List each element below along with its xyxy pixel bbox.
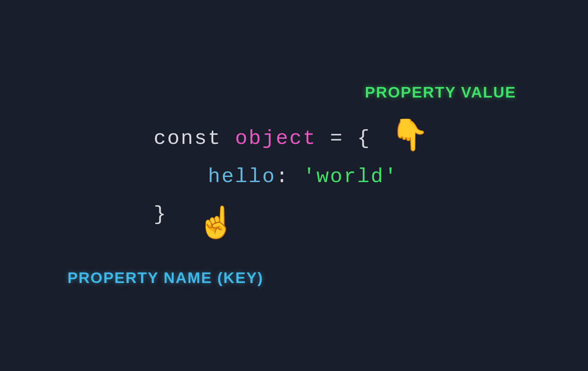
property-value: 'world' (303, 165, 398, 188)
colon: : (276, 165, 303, 188)
equals-sign: = (316, 127, 357, 150)
code-line-1: const object = { (154, 120, 398, 158)
indent (154, 165, 208, 188)
brace-close: } (154, 203, 167, 226)
pointing-hand-key-icon: ☝️ (197, 209, 236, 240)
identifier-object: object (235, 127, 316, 150)
keyword-const: const (154, 127, 221, 150)
pointing-hand-value-icon: 👇 (390, 122, 429, 152)
space (221, 127, 235, 150)
property-name: hello (208, 165, 276, 188)
brace-open: { (357, 127, 371, 150)
code-line-3: } (154, 195, 398, 233)
code-line-2: hello: 'world' (154, 158, 398, 195)
property-value-label: PROPERTY VALUE (365, 83, 516, 101)
property-name-label: PROPERTY NAME (KEY) (67, 269, 263, 287)
code-snippet: const object = { hello: 'world' } (154, 120, 398, 234)
